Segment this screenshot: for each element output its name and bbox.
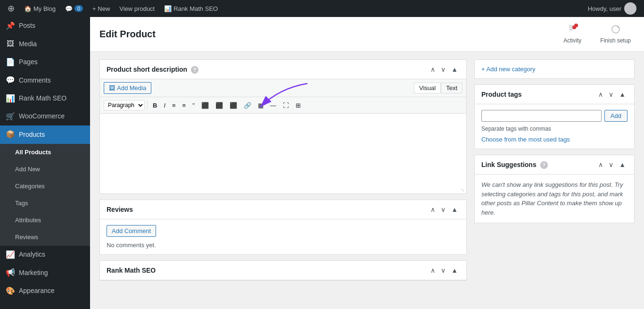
panel-title-reviews: Reviews bbox=[107, 206, 429, 213]
activity-button[interactable]: Activity bbox=[560, 23, 585, 46]
no-comments-text: No comments yet. bbox=[107, 242, 460, 249]
wp-icon: ⊕ bbox=[8, 3, 15, 14]
editor-area: Product short description ? ∧ ∨ ▲ 🖼 Add … bbox=[99, 59, 474, 301]
link-suggestions-panel: Link Suggestions ? ∧ ∨ ▲ We can't show a… bbox=[474, 155, 635, 223]
sidebar-item-posts[interactable]: 📌 Posts bbox=[0, 17, 90, 35]
tag-add-button[interactable]: Add bbox=[604, 110, 627, 122]
align-right-btn[interactable]: ⬛ bbox=[227, 100, 240, 110]
grid-btn[interactable]: ⊞ bbox=[293, 100, 304, 110]
sidebar-item-comments[interactable]: 💬 Comments bbox=[0, 71, 90, 89]
tags-down-btn[interactable]: ∨ bbox=[607, 90, 615, 99]
rank-math-btn[interactable]: 📊 Rank Math SEO bbox=[160, 0, 222, 17]
main-content: Product short description ? ∧ ∨ ▲ 🖼 Add … bbox=[90, 52, 644, 309]
my-blog-btn[interactable]: 🏠 My Blog bbox=[20, 0, 59, 17]
link-down-btn[interactable]: ∨ bbox=[607, 160, 615, 169]
finish-setup-button[interactable]: Finish setup bbox=[596, 23, 635, 46]
posts-icon: 📌 bbox=[6, 21, 15, 31]
align-left-btn[interactable]: ⬛ bbox=[198, 100, 212, 110]
comments-icon: 💬 bbox=[65, 5, 73, 12]
product-tags-controls: ∧ ∨ ▲ bbox=[596, 90, 627, 99]
link-suggestions-tooltip[interactable]: ? bbox=[540, 161, 548, 169]
sidebar-item-tags[interactable]: Tags bbox=[0, 195, 90, 212]
panel-collapse-btn-rankmath[interactable]: ▲ bbox=[449, 266, 460, 275]
product-tags-title: Product tags bbox=[481, 91, 596, 98]
text-btn[interactable]: Text bbox=[441, 83, 462, 93]
panel-up-btn-rankmath[interactable]: ∧ bbox=[429, 266, 437, 275]
add-category-link[interactable]: + Add new category bbox=[481, 66, 536, 73]
panel-up-btn-desc[interactable]: ∧ bbox=[429, 65, 437, 74]
user-avatar bbox=[624, 2, 636, 15]
page-title: Edit Product bbox=[99, 29, 156, 40]
sidebar-item-categories[interactable]: Categories bbox=[0, 178, 90, 195]
tag-input[interactable] bbox=[481, 110, 602, 122]
link-suggestions-controls: ∧ ∨ ▲ bbox=[596, 160, 627, 169]
sidebar: 📌 Posts 🖼 Media 📄 Pages 💬 Comments 📊 Ran… bbox=[0, 17, 90, 309]
panel-title-short-desc: Product short description ? bbox=[107, 66, 429, 74]
visual-btn[interactable]: Visual bbox=[414, 83, 441, 93]
link-btn[interactable]: 🔗 bbox=[241, 100, 254, 110]
table-btn[interactable]: ▦ bbox=[255, 100, 266, 110]
tags-up-btn[interactable]: ∧ bbox=[596, 90, 605, 99]
panel-up-btn-reviews[interactable]: ∧ bbox=[429, 205, 437, 214]
pages-icon: 📄 bbox=[6, 57, 15, 67]
new-btn[interactable]: + New bbox=[89, 0, 114, 17]
products-icon: 📦 bbox=[6, 129, 15, 140]
sidebar-item-rankmath[interactable]: 📊 Rank Math SEO bbox=[0, 90, 90, 108]
fullscreen-btn[interactable]: ⛶ bbox=[280, 100, 292, 110]
wp-logo-btn[interactable]: ⊕ bbox=[4, 0, 18, 17]
admin-bar: ⊕ 🏠 My Blog 💬 0 + New View product 📊 Ran… bbox=[0, 0, 644, 17]
bold-btn[interactable]: B bbox=[150, 100, 160, 110]
rank-math-panel: Rank Math SEO ∧ ∨ ▲ bbox=[99, 260, 467, 281]
editor-content[interactable] bbox=[107, 119, 460, 181]
header-actions: Activity Finish setup bbox=[560, 23, 635, 46]
svg-rect-1 bbox=[569, 27, 576, 28]
sidebar-item-appearance[interactable]: 🎨 Appearance bbox=[0, 282, 90, 300]
sidebar-item-products[interactable]: 📦 Products ◀ bbox=[0, 125, 90, 143]
align-center-btn[interactable]: ⬛ bbox=[213, 100, 226, 110]
more-btn[interactable]: — bbox=[267, 100, 279, 110]
appearance-icon: 🎨 bbox=[6, 286, 15, 296]
choose-tags-link[interactable]: Choose from the most used tags bbox=[481, 136, 570, 143]
view-product-btn[interactable]: View product bbox=[116, 0, 158, 17]
link-up-btn[interactable]: ∧ bbox=[596, 160, 605, 169]
sidebar-item-woocommerce[interactable]: 🛒 WooCommerce bbox=[0, 108, 90, 125]
add-comment-button[interactable]: Add Comment bbox=[107, 225, 156, 237]
sidebar-item-media[interactable]: 🖼 Media bbox=[0, 35, 90, 53]
link-suggestions-text: We can't show any link suggestions for t… bbox=[481, 180, 627, 217]
sidebar-item-marketing[interactable]: 📢 Marketing bbox=[0, 264, 90, 282]
link-collapse-btn[interactable]: ▲ bbox=[617, 160, 627, 169]
panel-header-rankmath: Rank Math SEO ∧ ∨ ▲ bbox=[100, 261, 466, 280]
sidebar-item-attributes[interactable]: Attributes bbox=[0, 212, 90, 229]
tooltip-icon[interactable]: ? bbox=[191, 66, 198, 74]
panel-down-btn-desc[interactable]: ∨ bbox=[439, 65, 447, 74]
rank-math-icon: 📊 bbox=[164, 5, 172, 12]
ol-btn[interactable]: ≡ bbox=[180, 100, 189, 110]
paragraph-select[interactable]: Paragraph bbox=[104, 100, 145, 110]
content-area: Edit Product Activity Finish setup bbox=[90, 17, 644, 309]
panel-controls-reviews: ∧ ∨ ▲ bbox=[429, 205, 460, 214]
rankmath-icon: 📊 bbox=[6, 93, 15, 104]
ul-btn[interactable]: ≡ bbox=[169, 100, 179, 110]
resize-handle: ⤡ bbox=[100, 186, 466, 193]
content-header: Edit Product Activity Finish setup bbox=[90, 17, 644, 52]
sidebar-item-all-products[interactable]: All Products bbox=[0, 144, 90, 161]
panel-down-btn-rankmath[interactable]: ∨ bbox=[439, 266, 447, 275]
reviews-panel: Reviews ∧ ∨ ▲ Add Comment No comments ye… bbox=[99, 200, 467, 255]
sidebar-item-pages[interactable]: 📄 Pages bbox=[0, 53, 90, 71]
sidebar-item-analytics[interactable]: 📈 Analytics bbox=[0, 246, 90, 264]
panel-collapse-btn-desc[interactable]: ▲ bbox=[449, 65, 460, 74]
products-submenu: All Products Add New Categories Tags Att… bbox=[0, 144, 90, 246]
link-suggestions-title: Link Suggestions ? bbox=[481, 161, 596, 169]
add-media-button[interactable]: 🖼 Add Media bbox=[104, 82, 151, 94]
panel-down-btn-reviews[interactable]: ∨ bbox=[439, 205, 447, 214]
panel-collapse-btn-reviews[interactable]: ▲ bbox=[449, 205, 460, 214]
editor-toolbar-2: Paragraph B I ≡ ≡ " ⬛ ⬛ ⬛ 🔗 ▦ — bbox=[100, 97, 466, 114]
italic-btn[interactable]: I bbox=[161, 100, 168, 110]
blockquote-btn[interactable]: " bbox=[190, 100, 198, 110]
comments-btn[interactable]: 💬 0 bbox=[61, 0, 87, 17]
sidebar-item-add-new[interactable]: Add New bbox=[0, 161, 90, 178]
product-tags-body: Add Separate tags with commas Choose fro… bbox=[475, 104, 634, 149]
tags-collapse-btn[interactable]: ▲ bbox=[617, 90, 627, 99]
sidebar-item-reviews[interactable]: Reviews bbox=[0, 229, 90, 246]
panel-controls-short-desc: ∧ ∨ ▲ bbox=[429, 65, 460, 74]
